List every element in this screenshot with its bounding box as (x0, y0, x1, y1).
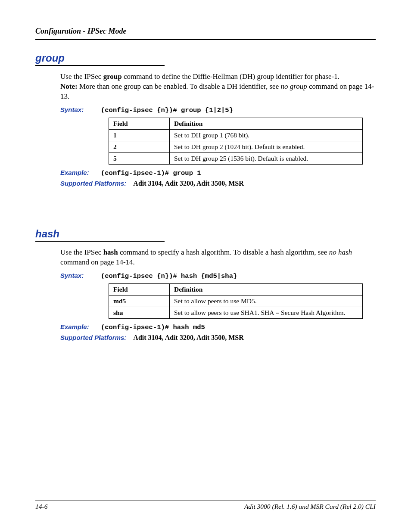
table-cell: md5 (109, 295, 170, 307)
section-underline (35, 65, 165, 66)
table-cell: sha (109, 307, 170, 318)
platforms-row: Supported Platforms: Adit 3104, Adit 320… (60, 334, 376, 342)
text: Use the IPSec (60, 248, 103, 256)
syntax-row: Syntax: (config-ipsec {n})# group {1|2|5… (60, 106, 376, 114)
definition-table: Field Definition 1 Set to DH group 1 (76… (109, 118, 363, 165)
table-row: 2 Set to DH group 2 (1024 bit). Default … (109, 141, 363, 152)
platforms-text: Adit 3104, Adit 3200, Adit 3500, MSR (133, 180, 243, 187)
syntax-label: Syntax: (60, 272, 99, 279)
table-row: md5 Set to allow peers to use MD5. (109, 295, 363, 307)
running-header: Configuration - IPSec Mode (35, 27, 376, 36)
example-row: Example: (config-ipsec-1)# group 1 (60, 169, 376, 177)
table-header: Field (109, 283, 170, 295)
table-row: sha Set to allow peers to use SHA1. SHA … (109, 307, 363, 318)
section-title-group: group (35, 52, 376, 64)
header-rule (35, 39, 376, 40)
syntax-code: (config-ipsec {n})# hash {md5|sha} (101, 272, 237, 280)
example-code: (config-ipsec-1)# hash md5 (101, 324, 205, 331)
text: More than one group can be enabled. To d… (78, 82, 281, 90)
table-header-row: Field Definition (109, 118, 363, 129)
syntax-code: (config-ipsec {n})# group {1|2|5} (101, 106, 233, 114)
table-cell: Set to DH group 25 (1536 bit). Default i… (170, 152, 363, 164)
syntax-row: Syntax: (config-ipsec {n})# hash {md5|sh… (60, 272, 376, 280)
table-cell: Set to DH group 2 (1024 bit). Default is… (170, 141, 363, 152)
example-row: Example: (config-ipsec-1)# hash md5 (60, 323, 376, 331)
section-paragraph: Use the IPSec group command to define th… (60, 72, 376, 102)
table-row: 1 Set to DH group 1 (768 bit). (109, 129, 363, 141)
section-underline (35, 241, 165, 242)
text-bold: hash (103, 248, 118, 256)
table-row: 5 Set to DH group 25 (1536 bit). Default… (109, 152, 363, 164)
section-paragraph: Use the IPSec hash command to specify a … (60, 248, 376, 268)
platforms-label: Supported Platforms: (60, 180, 126, 187)
text-italic: no hash (329, 248, 352, 256)
platforms-label: Supported Platforms: (60, 334, 126, 341)
text: Use the IPSec (60, 72, 103, 81)
text: command to specify a hash algorithm. To … (118, 248, 329, 256)
text-italic: no group (280, 82, 307, 90)
table-header: Field (109, 118, 170, 129)
table-cell: Set to DH group 1 (768 bit). (170, 129, 363, 141)
table-cell: 2 (109, 141, 170, 152)
footer-rule (35, 501, 376, 501)
table-header: Definition (170, 118, 363, 129)
section-title-hash: hash (35, 228, 376, 240)
table-header: Definition (170, 283, 363, 295)
footer-title: Adit 3000 (Rel. 1.6) and MSR Card (Rel 2… (244, 503, 376, 510)
table-cell: 1 (109, 129, 170, 141)
syntax-label: Syntax: (60, 106, 99, 113)
text: command on page 14-14. (60, 258, 135, 266)
text-bold: group (103, 72, 122, 81)
table-cell: Set to allow peers to use MD5. (170, 295, 363, 307)
example-code: (config-ipsec-1)# group 1 (101, 169, 201, 177)
example-label: Example: (60, 323, 99, 330)
page-footer: 14-6 Adit 3000 (Rel. 1.6) and MSR Card (… (35, 497, 376, 510)
page: Configuration - IPSec Mode group Use the… (0, 0, 411, 532)
definition-table: Field Definition md5 Set to allow peers … (109, 283, 363, 319)
example-label: Example: (60, 169, 99, 176)
text: command to define the Diffie-Hellman (DH… (122, 72, 339, 81)
table-header-row: Field Definition (109, 283, 363, 295)
page-number: 14-6 (35, 503, 47, 510)
platforms-text: Adit 3104, Adit 3200, Adit 3500, MSR (133, 334, 243, 341)
note-label: Note: (60, 82, 78, 90)
table-cell: Set to allow peers to use SHA1. SHA = Se… (170, 307, 363, 318)
platforms-row: Supported Platforms: Adit 3104, Adit 320… (60, 180, 376, 187)
table-cell: 5 (109, 152, 170, 164)
